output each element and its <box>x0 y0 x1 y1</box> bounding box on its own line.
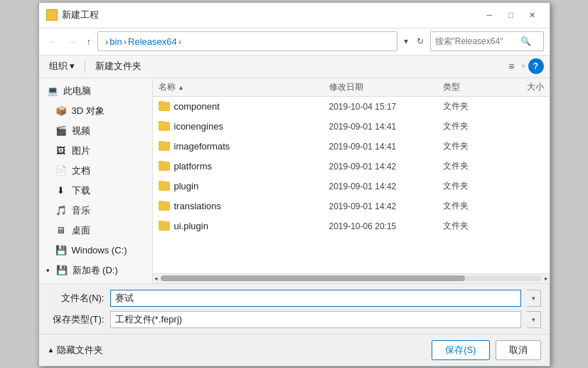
search-input[interactable] <box>435 36 520 46</box>
sidebar-item-downloads[interactable]: ⬇ 下载 <box>39 181 152 201</box>
sidebar-item-3d-objects[interactable]: 📦 3D 对象 <box>39 101 152 121</box>
path-segment-releasex64[interactable]: Releasex64 <box>128 36 177 47</box>
sidebar-item-music[interactable]: 🎵 音乐 <box>39 201 152 221</box>
view-sep: ▾ <box>521 61 525 71</box>
sidebar-item-new-drive-d[interactable]: ▾ 💾 新加卷 (D:) <box>39 261 152 280</box>
toolbar-separator <box>85 60 85 73</box>
folder-icon <box>159 201 170 211</box>
sidebar-label-3d-objects: 3D 对象 <box>72 105 105 117</box>
sidebar-item-this-pc[interactable]: 💻 此电脑 <box>39 81 152 101</box>
column-date[interactable]: 修改日期 <box>329 81 443 93</box>
organize-button[interactable]: 组织 ▾ <box>45 58 80 74</box>
path-separator-3: › <box>178 36 181 47</box>
table-row[interactable]: component 2019-10-04 15:17 文件夹 <box>153 97 550 117</box>
file-type: 文件夹 <box>443 100 500 112</box>
file-date: 2019-09-01 14:41 <box>329 142 443 152</box>
path-dropdown-button[interactable]: ▾ <box>400 34 412 48</box>
title-bar-left: 新建工程 <box>46 9 99 21</box>
sidebar-label-this-pc: 此电脑 <box>63 85 91 98</box>
folder-icon <box>159 162 170 171</box>
minimize-button[interactable]: ─ <box>480 8 500 22</box>
dialog-title: 新建工程 <box>62 9 99 21</box>
file-list: component 2019-10-04 15:17 文件夹 iconengin… <box>153 97 550 273</box>
desktop-icon: 🖥 <box>55 224 68 237</box>
hscroll-thumb[interactable] <box>161 275 466 281</box>
horizontal-scrollbar[interactable]: ◂ ▸ <box>153 273 550 283</box>
sidebar-item-pictures[interactable]: 🖼 图片 <box>39 141 152 161</box>
folder-icon <box>159 142 170 151</box>
sidebar-label-windows-c: Windows (C:) <box>72 245 127 256</box>
this-pc-icon: 💻 <box>46 85 59 98</box>
new-folder-button[interactable]: 新建文件夹 <box>91 58 146 74</box>
path-separator: › <box>105 36 108 47</box>
videos-icon: 🎬 <box>55 125 68 137</box>
hscroll-left-button[interactable]: ◂ <box>154 275 158 282</box>
cancel-button[interactable]: 取消 <box>496 340 541 360</box>
refresh-button[interactable]: ↻ <box>413 34 427 48</box>
file-type: 文件夹 <box>443 120 500 132</box>
sidebar-label-documents: 文档 <box>72 164 90 177</box>
file-date: 2019-10-04 15:17 <box>329 102 443 112</box>
table-row[interactable]: plugin 2019-09-01 14:42 文件夹 <box>153 177 550 196</box>
dialog: 新建工程 ─ □ ✕ ← → ↑ › bin › Releasex64 › ▾ … <box>38 2 550 367</box>
bottom-area: 文件名(N): ▾ 保存类型(T): ▾ <box>39 283 550 334</box>
toggle-expand-icon: ▲ <box>48 346 55 354</box>
filetype-label: 保存类型(T): <box>48 313 105 326</box>
column-name[interactable]: 名称 ▴ <box>159 81 329 93</box>
footer-area: ▲ 隐藏文件夹 保存(S) 取消 <box>39 334 550 366</box>
sidebar-item-desktop[interactable]: 🖥 桌面 <box>39 221 152 241</box>
table-row[interactable]: platforms 2019-09-01 14:42 文件夹 <box>153 157 550 177</box>
view-button[interactable]: ≡ <box>505 59 518 73</box>
table-row[interactable]: translations 2019-09-01 14:42 文件夹 <box>153 196 550 216</box>
maximize-button[interactable]: □ <box>501 8 521 22</box>
new-drive-d-icon: 💾 <box>55 264 68 277</box>
table-row[interactable]: ui.plugin 2019-10-06 20:15 文件夹 <box>153 216 550 236</box>
path-segment-bin[interactable]: bin <box>109 36 122 47</box>
hscroll-right-button[interactable]: ▸ <box>545 275 548 282</box>
table-row[interactable]: imageformats 2019-09-01 14:41 文件夹 <box>153 137 550 157</box>
folder-icon <box>159 182 170 191</box>
sidebar-label-pictures: 图片 <box>72 144 90 157</box>
sidebar-item-videos[interactable]: 🎬 视频 <box>39 121 152 141</box>
folder-icon <box>159 221 170 231</box>
sidebar-label-downloads: 下载 <box>72 184 90 197</box>
sidebar-label-music: 音乐 <box>72 204 90 217</box>
address-path[interactable]: › bin › Releasex64 › <box>97 31 397 51</box>
save-button[interactable]: 保存(S) <box>432 340 489 360</box>
sidebar-item-documents[interactable]: 📄 文档 <box>39 161 152 181</box>
file-date: 2019-09-01 14:42 <box>329 182 443 191</box>
file-date: 2019-09-01 14:42 <box>329 201 443 211</box>
file-list-header: 名称 ▴ 修改日期 类型 大小 <box>153 78 550 97</box>
toolbar-right: ≡ ▾ ? <box>505 58 543 74</box>
file-name: ui.plugin <box>174 221 208 231</box>
column-size[interactable]: 大小 <box>500 81 544 93</box>
filetype-dropdown-button[interactable]: ▾ <box>527 311 541 328</box>
file-list-area: 名称 ▴ 修改日期 类型 大小 component 2019-10-04 15:… <box>153 78 550 283</box>
file-name: imageformats <box>174 141 230 152</box>
hscroll-bar[interactable] <box>161 275 542 281</box>
column-type[interactable]: 类型 <box>443 81 500 93</box>
forward-button[interactable]: → <box>64 35 80 48</box>
toolbar: 组织 ▾ 新建文件夹 ≡ ▾ ? <box>39 56 550 78</box>
search-icon-button[interactable]: 🔍 <box>520 36 531 46</box>
sidebar-item-windows-c[interactable]: 💾 Windows (C:) <box>39 241 152 261</box>
sort-arrow: ▴ <box>179 83 183 91</box>
dialog-icon <box>46 9 58 21</box>
title-bar-controls: ─ □ ✕ <box>480 8 542 22</box>
documents-icon: 📄 <box>55 164 68 177</box>
table-row[interactable]: iconengines 2019-09-01 14:41 文件夹 <box>153 117 550 137</box>
toggle-hidden-folder[interactable]: ▲ 隐藏文件夹 <box>48 344 104 357</box>
back-button[interactable]: ← <box>45 35 61 48</box>
up-button[interactable]: ↑ <box>83 35 95 48</box>
filename-input[interactable] <box>110 290 521 307</box>
downloads-icon: ⬇ <box>55 184 68 197</box>
sidebar-label-new-drive-d: 新加卷 (D:) <box>73 264 118 277</box>
close-button[interactable]: ✕ <box>523 8 542 22</box>
file-date: 2019-09-01 14:41 <box>329 122 443 132</box>
file-type: 文件夹 <box>443 200 500 212</box>
sidebar-label-videos: 视频 <box>72 125 90 137</box>
help-button[interactable]: ? <box>528 58 544 74</box>
filetype-input[interactable] <box>110 311 521 328</box>
filename-row: 文件名(N): ▾ <box>48 290 541 307</box>
filename-dropdown-button[interactable]: ▾ <box>527 290 541 307</box>
